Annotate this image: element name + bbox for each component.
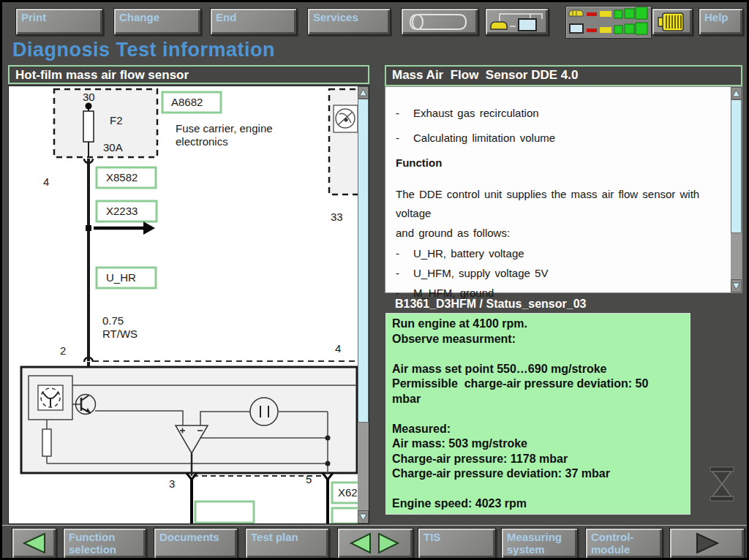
connector-x8582-hotspot[interactable]: X8582 xyxy=(97,167,156,188)
back-button[interactable] xyxy=(12,528,56,559)
sub-bullet-1-text: U_HR, battery voltage xyxy=(413,243,524,263)
left-panel-header: Hot-film mass air flow sensor xyxy=(8,65,369,84)
info-scroll-track[interactable] xyxy=(731,233,742,279)
test-plan-label: Test plan xyxy=(251,531,298,543)
connector-hotspot-lower[interactable] xyxy=(332,508,358,523)
wiring-diagram-panel: 30 F2 30A A8682 Fuse carrier, engine ele… xyxy=(8,86,369,524)
fuse-carrier-desc-2: electronics xyxy=(176,135,228,148)
info-content: -Exhaust gas recirculation -Calculating … xyxy=(385,87,730,303)
end-button[interactable]: End xyxy=(210,8,297,35)
print-button-label: Print xyxy=(21,11,46,23)
pin-5-label: 5 xyxy=(306,473,312,485)
signal-uhr-label: U_HR xyxy=(106,271,136,284)
arrows-left-right-icon xyxy=(347,532,404,554)
hourglass-icon xyxy=(708,466,736,505)
status-line: Charge-air pressure: 1178 mbar xyxy=(392,452,684,467)
function-selection-button[interactable]: Function selection xyxy=(63,528,146,559)
arrow-up-icon xyxy=(359,88,367,97)
diagram-scroll-track[interactable] xyxy=(358,423,369,510)
services-button[interactable]: Services xyxy=(307,8,391,35)
diagram-scrollbar[interactable] xyxy=(358,86,369,523)
info-sub-bullet-2: -U_HFM, supply voltage 5V xyxy=(396,263,726,283)
diagram-scroll-thumb[interactable] xyxy=(358,99,369,423)
diagram-scroll-up-button[interactable] xyxy=(358,86,369,99)
terminal-30-label: 30 xyxy=(83,91,95,103)
forward-button[interactable] xyxy=(669,528,745,559)
info-scrollbar[interactable] xyxy=(731,87,742,292)
bullet-dash: - xyxy=(396,243,413,263)
resistor-symbol xyxy=(42,429,51,456)
print-button[interactable]: Print xyxy=(15,8,103,35)
fuse-carrier-box: 30 F2 30A xyxy=(54,89,157,157)
connector-x62-hotspot[interactable]: X62 xyxy=(332,483,358,503)
control-module-functions-button[interactable]: Control-module functions xyxy=(585,528,663,559)
wire-color-label: RT/WS xyxy=(102,328,138,340)
signal-uhr-hotspot[interactable]: U_HR xyxy=(97,268,156,288)
status-line: Observe measurment: xyxy=(392,332,684,347)
function-paragraph-2: and ground as follows: xyxy=(396,224,726,243)
cylinder-button[interactable] xyxy=(401,8,478,35)
control-unit-box xyxy=(329,89,358,194)
function-heading: Function xyxy=(396,156,726,169)
info-sub-bullet-1: -U_HR, battery voltage xyxy=(396,243,726,263)
help-button-label: Help xyxy=(704,11,729,23)
connector-x2233-hotspot[interactable]: X2233 xyxy=(97,201,157,222)
pin-2-label: 2 xyxy=(60,344,66,357)
wiring-diagram: 30 F2 30A A8682 Fuse carrier, engine ele… xyxy=(9,86,358,523)
connector-x8582-code: X8582 xyxy=(106,171,138,183)
fuse-carrier-hotspot[interactable]: A8682 xyxy=(162,92,221,113)
measuring-system-button[interactable]: Measuring system xyxy=(501,528,578,559)
control-module-functions-label: Control-module functions xyxy=(591,531,641,560)
toolbar-separator xyxy=(2,525,747,526)
documents-button[interactable]: Documents xyxy=(154,528,238,559)
help-button[interactable]: Help xyxy=(699,8,743,35)
status-line: mbar xyxy=(392,392,684,407)
fuse-rating-label: 30A xyxy=(103,141,123,154)
measuring-element-symbol xyxy=(250,398,278,425)
services-button-label: Services xyxy=(313,11,358,23)
bullet-dash: - xyxy=(396,263,413,283)
status-line: Permissible charge-air pressure deviatio… xyxy=(392,377,684,392)
function-paragraph-1: The DDE control unit supplies the mass a… xyxy=(396,185,726,223)
status-line: Air mass set point 550…690 mg/stroke xyxy=(392,362,684,377)
documents-label: Documents xyxy=(159,531,219,543)
status-line: Measured: xyxy=(392,422,684,437)
end-button-label: End xyxy=(216,11,236,23)
info-panel: -Exhaust gas recirculation -Calculating … xyxy=(385,86,742,293)
diagram-scroll-down-button[interactable] xyxy=(358,510,369,523)
fuse-carrier-desc-1: Fuse carrier, engine xyxy=(176,122,273,135)
arrow-down-icon xyxy=(359,513,367,521)
status-line: Run engine at 4100 rpm. xyxy=(392,317,684,332)
connector-x2233-code: X2233 xyxy=(106,205,138,217)
info-scroll-down-button[interactable] xyxy=(731,279,742,292)
test-plan-button[interactable]: Test plan xyxy=(245,528,329,559)
connector-hotspot-empty[interactable] xyxy=(195,502,254,523)
arrow-up-icon xyxy=(732,89,740,97)
vehicle-interface-icon xyxy=(488,10,546,34)
branch-arrow xyxy=(86,222,155,235)
info-scroll-thumb[interactable] xyxy=(731,99,742,233)
info-scroll-up-button[interactable] xyxy=(731,87,742,99)
wire-gauge-label: 0.75 xyxy=(102,314,124,327)
bullet-dash: - xyxy=(396,107,413,119)
connector-x62-code: X62 xyxy=(338,486,358,499)
change-button[interactable]: Change xyxy=(113,8,201,35)
left-panel-title: Hot-film mass air flow sensor xyxy=(15,68,189,82)
arrow-right-icon xyxy=(693,532,722,554)
page-navigation-button[interactable] xyxy=(337,528,413,559)
status-header: B1361_D3HFM / Status_sensor_03 xyxy=(395,298,586,311)
status-line: Air mass: 503 mg/stroke xyxy=(392,436,684,452)
vehicle-interface-button[interactable] xyxy=(485,8,549,35)
plug-button[interactable] xyxy=(652,8,693,35)
bullet-2-text: Calculating limitation volume xyxy=(413,132,555,144)
info-bullet-1: -Exhaust gas recirculation xyxy=(396,107,726,119)
bullet-1-text: Exhaust gas recirculation xyxy=(413,107,539,119)
function-selection-label: Function selection xyxy=(69,531,116,556)
measurement-status-box: Run engine at 4100 rpm.Observe measurmen… xyxy=(385,313,690,515)
page-title: Diagnosis Test information xyxy=(12,39,275,61)
tis-button[interactable]: TIS xyxy=(418,528,496,559)
pin-4-right-label: 4 xyxy=(335,342,341,355)
supply-wire xyxy=(84,159,93,361)
status-line xyxy=(392,406,684,422)
status-line xyxy=(392,347,684,362)
